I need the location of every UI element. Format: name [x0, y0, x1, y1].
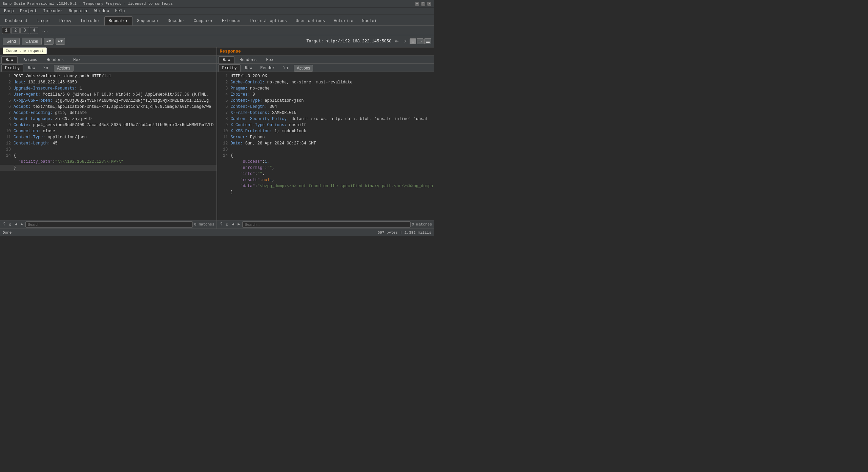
table-row: 4 User-Agent: Mozilla/5.0 (Windows NT 10…	[0, 92, 216, 98]
edit-target-button[interactable]: ✏	[393, 38, 400, 45]
close-button[interactable]: ✕	[427, 2, 431, 6]
request-prev-match-icon[interactable]: ◄	[14, 222, 18, 227]
menu-project[interactable]: Project	[17, 8, 40, 14]
target-info: Target: http://192.168.222.145:5050 ✏ ? …	[306, 38, 431, 45]
repeater-tab-1[interactable]: 1	[2, 27, 11, 34]
table-row: "success":1,	[217, 159, 434, 165]
request-code-area[interactable]: 1 POST /misc/validate_binary_path HTTP/1…	[0, 72, 216, 220]
req-tab-headers[interactable]: Headers	[42, 56, 68, 63]
view-request-only-button[interactable]: ▭	[417, 38, 423, 44]
minimize-button[interactable]: –	[415, 2, 419, 6]
req-mode-ln[interactable]: \n	[40, 64, 52, 72]
response-search-input[interactable]	[242, 221, 410, 228]
resp-tab-raw[interactable]: Raw	[219, 56, 235, 63]
response-mode-tabs: Pretty Raw Render \n Actions	[217, 64, 434, 72]
tab-comparer[interactable]: Comparer	[189, 16, 218, 25]
maximize-button[interactable]: □	[421, 2, 425, 6]
tab-intruder[interactable]: Intruder	[76, 16, 104, 25]
tab-extender[interactable]: Extender	[218, 16, 246, 25]
table-row: 14 {	[217, 153, 434, 159]
response-actions-button[interactable]: Actions	[294, 65, 313, 72]
repeater-tab-3[interactable]: 3	[20, 27, 29, 34]
response-panel: Response Raw Headers Hex Pretty Raw Rend…	[217, 47, 434, 229]
help-button[interactable]: ?	[402, 38, 408, 45]
tab-proxy[interactable]: Proxy	[55, 16, 76, 25]
resp-tab-headers[interactable]: Headers	[235, 56, 261, 63]
table-row: 9 X-Content-Type-Options: nosniff	[217, 122, 434, 128]
req-mode-raw[interactable]: Raw	[24, 64, 39, 72]
response-settings-icon[interactable]: ⚙	[225, 222, 229, 228]
top-tab-bar: Dashboard Target Proxy Intruder Repeater…	[0, 15, 434, 26]
back-icon: ◄	[46, 39, 48, 43]
menu-window[interactable]: Window	[91, 8, 111, 14]
table-row: "utility_path":"\\\\192.168.222.128\\TMP…	[0, 159, 216, 165]
resp-tab-hex[interactable]: Hex	[262, 56, 278, 63]
request-help-icon[interactable]: ?	[2, 222, 6, 227]
nav-back-dropdown-icon[interactable]: ▼	[49, 39, 51, 43]
response-code-area[interactable]: 1 HTTP/1.0 200 OK 2 Cache-Control: no-ca…	[217, 72, 434, 220]
toolbar: Send Cancel ◄ ▼ ► ▼ Issue the request Ta…	[0, 35, 434, 47]
tab-sequencer[interactable]: Sequencer	[132, 16, 163, 25]
response-prev-match-icon[interactable]: ◄	[231, 222, 235, 227]
tab-repeater[interactable]: Repeater	[104, 16, 133, 25]
menu-bar: Burp Project Intruder Repeater Window He…	[0, 7, 434, 15]
menu-repeater[interactable]: Repeater	[66, 8, 91, 14]
menu-burp[interactable]: Burp	[1, 8, 17, 14]
cancel-button[interactable]: Cancel	[22, 38, 42, 45]
title-bar: Burp Suite Professional v2020.9.1 - Temp…	[0, 0, 434, 7]
request-search-bar: ? ⚙ ◄ ► 0 matches	[0, 220, 216, 229]
req-tab-params[interactable]: Params	[18, 56, 42, 63]
table-row: "info":"",	[217, 171, 434, 177]
table-row: 1 HTTP/1.0 200 OK	[217, 73, 434, 79]
req-tab-raw[interactable]: Raw	[1, 56, 18, 63]
table-row: 14 {	[0, 153, 216, 159]
response-help-icon[interactable]: ?	[219, 222, 224, 227]
tab-nuclei[interactable]: Nuclei	[358, 16, 381, 25]
table-row: 6 Accept: text/html,application/xhtml+xm…	[0, 104, 216, 110]
table-row: 7 Accept-Encoding: gzip, deflate	[0, 110, 216, 116]
tab-dashboard[interactable]: Dashboard	[1, 16, 32, 25]
resp-mode-ln[interactable]: \n	[280, 64, 292, 72]
request-actions-button[interactable]: Actions	[54, 65, 73, 72]
table-row: 4 Expires: 0	[217, 92, 434, 98]
menu-intruder[interactable]: Intruder	[40, 8, 65, 14]
view-response-only-button[interactable]: ▬	[424, 38, 431, 44]
menu-help[interactable]: Help	[112, 8, 128, 14]
table-row: }	[0, 165, 216, 171]
tab-target[interactable]: Target	[32, 16, 55, 25]
nav-forward-group[interactable]: ► ▼	[56, 38, 65, 45]
request-settings-icon[interactable]: ⚙	[8, 222, 12, 228]
resp-mode-raw[interactable]: Raw	[241, 64, 256, 72]
send-button[interactable]: Send	[3, 38, 20, 45]
resp-mode-render[interactable]: Render	[256, 64, 278, 72]
tab-user-options[interactable]: User options	[291, 16, 329, 25]
tab-autorize[interactable]: Autorize	[329, 16, 358, 25]
tab-decoder[interactable]: Decoder	[163, 16, 189, 25]
forward-icon: ►	[58, 39, 60, 43]
repeater-tab-2[interactable]: 2	[11, 27, 20, 34]
table-row: 2 Host: 192.168.222.145:5050	[0, 79, 216, 85]
response-sub-tabs: Raw Headers Hex	[217, 56, 434, 64]
view-split-button[interactable]: ⊞	[410, 38, 416, 44]
resp-mode-pretty[interactable]: Pretty	[219, 64, 241, 72]
nav-forward-dropdown-icon[interactable]: ▼	[60, 39, 63, 43]
table-row: 13	[0, 146, 216, 153]
tab-project-options[interactable]: Project options	[246, 16, 291, 25]
stats-text: 697 bytes | 2,382 millis	[378, 231, 431, 235]
repeater-tab-4[interactable]: 4	[30, 27, 38, 34]
window-controls[interactable]: – □ ✕	[415, 2, 431, 6]
req-tab-hex[interactable]: Hex	[69, 56, 85, 63]
request-search-input[interactable]	[25, 221, 193, 228]
request-search-matches: 0 matches	[194, 222, 214, 227]
view-mode-group: ⊞ ▭ ▬	[410, 38, 431, 44]
repeater-tab-more[interactable]: ...	[39, 27, 50, 34]
table-row: 7 X-Frame-Options: SAMEORIGIN	[217, 110, 434, 116]
table-row: 9 Cookie: pga4_session=9cd07409-7aca-46c…	[0, 122, 216, 128]
nav-back-group[interactable]: ◄ ▼	[44, 38, 53, 45]
response-next-match-icon[interactable]: ►	[236, 222, 241, 227]
table-row: "errormsg":"",	[217, 165, 434, 171]
request-next-match-icon[interactable]: ►	[20, 222, 24, 227]
req-mode-pretty[interactable]: Pretty	[1, 64, 23, 72]
status-text: Done	[3, 231, 12, 235]
response-search-matches: 0 matches	[412, 222, 432, 227]
